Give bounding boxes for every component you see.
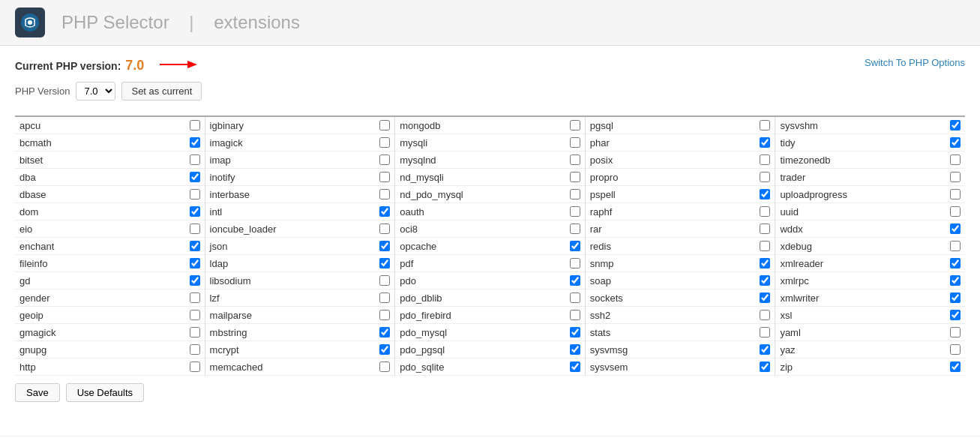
extension-checkbox[interactable]	[570, 344, 580, 355]
extension-name: propro	[590, 172, 760, 183]
footer: cPanel 64.0.24 Home Trademarks Documenta…	[0, 436, 980, 444]
extension-checkbox[interactable]	[570, 275, 580, 286]
extension-checkbox[interactable]	[760, 172, 770, 182]
extension-name: lzf	[210, 292, 380, 304]
extension-checkbox[interactable]	[760, 120, 770, 130]
extension-checkbox[interactable]	[190, 362, 200, 372]
extension-checkbox[interactable]	[570, 362, 580, 372]
extension-checkbox[interactable]	[379, 344, 390, 355]
extension-checkbox[interactable]	[570, 292, 580, 303]
extension-checkbox[interactable]	[570, 189, 580, 200]
extension-checkbox[interactable]	[950, 275, 961, 286]
extension-checkbox[interactable]	[190, 189, 200, 200]
extension-checkbox[interactable]	[950, 154, 961, 165]
extension-checkbox[interactable]	[760, 362, 770, 372]
extension-checkbox[interactable]	[760, 258, 770, 268]
list-item: wddx	[775, 220, 965, 238]
extension-checkbox[interactable]	[190, 137, 200, 148]
extension-checkbox[interactable]	[379, 310, 390, 320]
extension-checkbox[interactable]	[379, 206, 390, 217]
extension-checkbox[interactable]	[760, 344, 770, 355]
extension-checkbox[interactable]	[379, 292, 390, 303]
extension-checkbox[interactable]	[950, 224, 961, 234]
extension-checkbox[interactable]	[190, 310, 200, 320]
list-item: redis	[586, 238, 775, 255]
extension-checkbox[interactable]	[570, 224, 580, 234]
extension-checkbox[interactable]	[950, 189, 961, 200]
extension-checkbox[interactable]	[570, 241, 580, 251]
extension-checkbox[interactable]	[190, 275, 200, 286]
extension-name: stats	[590, 327, 760, 338]
extension-checkbox[interactable]	[760, 327, 770, 338]
extension-name: enchant	[19, 241, 190, 252]
extension-checkbox[interactable]	[570, 154, 580, 165]
list-item: posix	[586, 152, 775, 169]
extension-name: posix	[590, 154, 760, 166]
extension-checkbox[interactable]	[379, 275, 390, 286]
extension-name: sysvmsg	[590, 344, 760, 356]
extension-name: phar	[590, 137, 760, 148]
current-version-value: 7.0	[125, 58, 144, 74]
extension-checkbox[interactable]	[950, 120, 961, 130]
extension-checkbox[interactable]	[190, 327, 200, 338]
extension-checkbox[interactable]	[950, 206, 961, 217]
switch-to-php-options-link[interactable]: Switch To PHP Options	[865, 57, 965, 68]
extension-checkbox[interactable]	[379, 120, 390, 130]
list-item: ioncube_loader	[205, 220, 395, 238]
save-button[interactable]: Save	[15, 383, 60, 402]
extension-checkbox[interactable]	[950, 172, 961, 182]
extension-checkbox[interactable]	[190, 344, 200, 355]
extension-checkbox[interactable]	[379, 189, 390, 200]
extension-checkbox[interactable]	[379, 362, 390, 372]
extension-checkbox[interactable]	[760, 224, 770, 234]
extension-checkbox[interactable]	[950, 137, 961, 148]
extension-checkbox[interactable]	[570, 310, 580, 320]
php-version-select[interactable]: 7.0 5.15.25.3 5.45.55.6 7.17.2	[76, 82, 115, 100]
extension-checkbox[interactable]	[190, 258, 200, 268]
extension-checkbox[interactable]	[379, 258, 390, 268]
extension-checkbox[interactable]	[379, 154, 390, 165]
extension-checkbox[interactable]	[760, 241, 770, 251]
extension-checkbox[interactable]	[570, 120, 580, 130]
use-defaults-button[interactable]: Use Defaults	[66, 383, 144, 402]
list-item: igbinary	[205, 117, 395, 134]
extension-checkbox[interactable]	[570, 172, 580, 182]
extension-checkbox[interactable]	[570, 206, 580, 217]
extension-name: xdebug	[780, 241, 950, 252]
extension-checkbox[interactable]	[190, 154, 200, 165]
extension-checkbox[interactable]	[190, 292, 200, 303]
extension-checkbox[interactable]	[190, 224, 200, 234]
extension-checkbox[interactable]	[760, 310, 770, 320]
extension-checkbox[interactable]	[570, 327, 580, 338]
extension-checkbox[interactable]	[950, 310, 961, 320]
list-item: mongodb	[395, 117, 585, 134]
list-item: mysqlnd	[395, 152, 585, 169]
extension-checkbox[interactable]	[760, 206, 770, 217]
extension-checkbox[interactable]	[950, 344, 961, 355]
extension-checkbox[interactable]	[379, 172, 390, 182]
extension-checkbox[interactable]	[379, 224, 390, 234]
extension-checkbox[interactable]	[950, 327, 961, 338]
extension-checkbox[interactable]	[190, 206, 200, 217]
extension-checkbox[interactable]	[760, 189, 770, 200]
extension-checkbox[interactable]	[950, 241, 961, 251]
extension-checkbox[interactable]	[190, 172, 200, 182]
extension-name: imagick	[210, 137, 380, 148]
extension-checkbox[interactable]	[950, 362, 961, 372]
extension-checkbox[interactable]	[950, 292, 961, 303]
extension-checkbox[interactable]	[570, 258, 580, 268]
list-item: oauth	[395, 203, 585, 220]
extension-checkbox[interactable]	[760, 154, 770, 165]
extension-checkbox[interactable]	[950, 258, 961, 268]
set-as-current-button[interactable]: Set as current	[121, 82, 202, 100]
extension-checkbox[interactable]	[760, 137, 770, 148]
extension-checkbox[interactable]	[570, 137, 580, 148]
extension-checkbox[interactable]	[379, 241, 390, 251]
extension-checkbox[interactable]	[190, 241, 200, 251]
extension-checkbox[interactable]	[379, 327, 390, 338]
extension-checkbox[interactable]	[760, 275, 770, 286]
extension-checkbox[interactable]	[760, 292, 770, 303]
extension-checkbox[interactable]	[190, 120, 200, 130]
list-item: pspell	[586, 186, 775, 203]
extension-checkbox[interactable]	[379, 137, 390, 148]
